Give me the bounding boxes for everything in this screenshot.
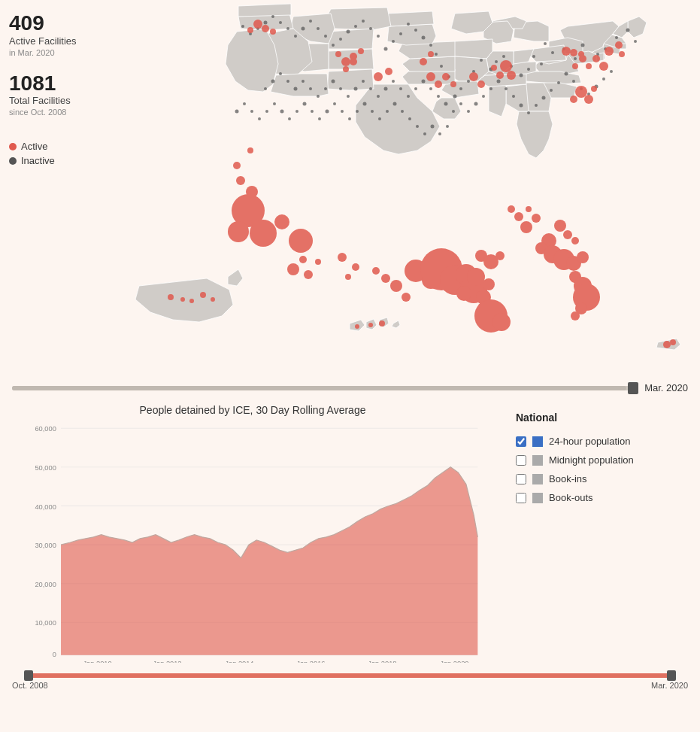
svg-point-58 <box>572 80 575 83</box>
svg-point-1 <box>626 29 630 32</box>
timeline-thumb[interactable] <box>628 382 638 394</box>
timeline-track[interactable] <box>12 386 638 390</box>
svg-point-111 <box>363 102 367 106</box>
checkbox-bookouts-input[interactable] <box>516 493 526 503</box>
svg-point-108 <box>386 110 389 113</box>
svg-point-31 <box>399 32 402 35</box>
svg-point-213 <box>426 72 435 81</box>
svg-point-76 <box>437 95 440 98</box>
svg-point-217 <box>420 58 427 65</box>
bottom-timeline-right-handle[interactable] <box>667 670 676 681</box>
svg-point-28 <box>422 36 426 40</box>
svg-point-3 <box>615 36 618 39</box>
checkbox-bookins-label[interactable]: Book-ins <box>549 473 587 484</box>
svg-point-41 <box>324 35 327 38</box>
svg-point-228 <box>355 324 359 329</box>
svg-point-87 <box>354 87 358 91</box>
svg-point-47 <box>279 21 282 24</box>
svg-point-186 <box>586 63 592 69</box>
inactive-legend-label: Inactive <box>21 155 55 166</box>
color-box-bookouts <box>532 493 543 503</box>
chart-controls: National 24-hour population Midnight pop… <box>501 404 666 666</box>
svg-point-89 <box>339 87 342 90</box>
svg-point-209 <box>575 86 587 98</box>
svg-point-131 <box>228 221 249 242</box>
bottom-timeline-fill <box>24 673 676 678</box>
svg-point-99 <box>264 87 267 90</box>
svg-point-92 <box>317 95 320 98</box>
svg-point-86 <box>362 80 365 83</box>
svg-point-60 <box>557 81 560 84</box>
svg-point-173 <box>577 251 589 263</box>
svg-text:30,000: 30,000 <box>35 542 56 549</box>
svg-point-97 <box>279 72 282 75</box>
svg-point-211 <box>570 96 577 103</box>
svg-point-216 <box>450 81 456 87</box>
svg-point-157 <box>492 313 511 331</box>
svg-point-190 <box>615 41 623 49</box>
svg-point-225 <box>189 299 194 303</box>
svg-point-68 <box>497 80 501 84</box>
us-map <box>117 0 700 369</box>
checkbox-midnight-input[interactable] <box>516 455 526 466</box>
svg-point-184 <box>599 62 608 71</box>
bottom-timeline-track[interactable] <box>24 673 676 678</box>
svg-point-12 <box>532 55 535 58</box>
checkbox-bookins-input[interactable] <box>516 474 526 484</box>
svg-point-91 <box>324 87 327 90</box>
svg-text:0: 0 <box>53 651 56 658</box>
checkbox-24hour-label[interactable]: 24-hour population <box>549 436 630 447</box>
svg-point-198 <box>578 51 584 57</box>
svg-point-164 <box>495 251 505 260</box>
chart-area: People detained by ICE, 30 Day Rolling A… <box>12 404 493 666</box>
svg-point-53 <box>610 70 613 73</box>
svg-point-188 <box>572 63 578 69</box>
svg-point-166 <box>563 230 572 239</box>
bottom-timeline-left-handle[interactable] <box>24 670 33 681</box>
chart-svg: 60,000 50,000 40,000 30,000 20,000 10,00… <box>12 422 493 663</box>
checkbox-bookins: Book-ins <box>516 473 651 484</box>
svg-point-105 <box>408 117 411 120</box>
main-container: 409 Active Facilities in Mar. 2020 1081 … <box>0 0 700 696</box>
svg-point-116 <box>326 110 329 114</box>
svg-point-201 <box>270 29 276 35</box>
svg-point-93 <box>309 87 312 90</box>
top-section: 409 Active Facilities in Mar. 2020 1081 … <box>0 0 700 376</box>
checkbox-bookouts-label[interactable]: Book-outs <box>549 492 593 503</box>
svg-point-69 <box>489 87 492 90</box>
checkbox-midnight-label[interactable]: Midnight population <box>549 454 634 466</box>
svg-point-121 <box>288 117 291 120</box>
svg-point-113 <box>348 117 351 120</box>
checkbox-24hour-input[interactable] <box>516 436 526 447</box>
svg-point-104 <box>416 125 419 128</box>
svg-point-44 <box>302 27 305 31</box>
svg-point-17 <box>495 60 498 63</box>
svg-point-39 <box>339 38 342 41</box>
svg-point-117 <box>318 117 321 120</box>
checkbox-midnight: Midnight population <box>516 454 651 466</box>
svg-point-48 <box>271 15 274 18</box>
svg-point-11 <box>540 62 543 65</box>
svg-point-179 <box>532 214 541 223</box>
svg-point-63 <box>535 104 538 107</box>
svg-point-210 <box>584 95 593 104</box>
svg-point-229 <box>368 323 373 327</box>
svg-point-221 <box>350 58 357 65</box>
chart-svg-container: 60,000 50,000 40,000 30,000 20,000 10,00… <box>12 422 493 666</box>
svg-point-133 <box>274 214 289 229</box>
svg-point-203 <box>341 57 350 66</box>
svg-point-208 <box>385 68 392 75</box>
svg-point-13 <box>527 68 530 71</box>
svg-point-42 <box>317 27 320 30</box>
svg-point-79 <box>414 87 417 90</box>
svg-point-22 <box>459 87 462 90</box>
svg-point-78 <box>422 80 426 84</box>
svg-point-153 <box>467 268 485 286</box>
inactive-dot-icon <box>9 157 17 165</box>
svg-point-114 <box>341 110 344 113</box>
svg-point-46 <box>286 27 289 30</box>
svg-point-127 <box>243 102 246 105</box>
svg-point-2 <box>634 40 637 43</box>
svg-point-132 <box>289 229 313 253</box>
svg-point-90 <box>332 80 335 84</box>
